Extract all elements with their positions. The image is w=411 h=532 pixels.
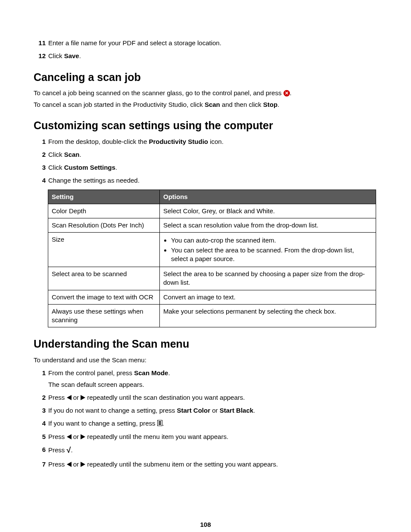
size-options-list: You can auto-crop the scanned item. You … — [171, 236, 372, 263]
pdf-save-steps: 11 Enter a file name for your PDF and se… — [34, 39, 377, 61]
step-text: Enter a file name for your PDF and selec… — [48, 39, 377, 47]
table-row: Convert the image to text with OCR Conve… — [48, 290, 376, 304]
custom-step-2: 2 Click Scan. — [34, 150, 377, 159]
step-number: 12 — [34, 52, 48, 60]
left-arrow-icon — [67, 434, 72, 439]
understand-step-1: 1 From the control panel, press Scan Mod… — [34, 369, 377, 389]
step-11: 11 Enter a file name for your PDF and se… — [34, 39, 377, 47]
left-arrow-icon — [67, 395, 72, 400]
heading-understanding: Understanding the Scan menu — [34, 337, 377, 352]
understand-intro: To understand and use the Scan menu: — [34, 356, 377, 364]
custom-step-3: 3 Click Custom Settings. — [34, 163, 377, 172]
heading-customizing: Customizing scan settings using the comp… — [34, 118, 377, 133]
cancel-para-2: To cancel a scan job started in the Prod… — [34, 100, 377, 109]
page-number: 108 — [34, 520, 377, 529]
understand-step-4: 4 If you want to change a setting, press… — [34, 419, 377, 428]
understand-step-5: 5 Press or repeatedly until the menu ite… — [34, 432, 377, 441]
table-row: Size You can auto-crop the scanned item.… — [48, 233, 376, 267]
step-text: Click Save. — [48, 52, 377, 60]
table-row: Scan Resolution (Dots Per Inch) Select a… — [48, 218, 376, 233]
understand-step-2: 2 Press or repeatedly until the scan des… — [34, 393, 377, 402]
custom-step-1: 1 From the desktop, double-click the Pro… — [34, 137, 377, 146]
settings-table: Setting Options Color Depth Select Color… — [48, 190, 376, 328]
table-row: Select area to be scanned Select the are… — [48, 267, 376, 290]
customizing-steps: 1 From the desktop, double-click the Pro… — [34, 137, 377, 185]
understand-step-6: 6 Press √. — [34, 445, 377, 456]
left-arrow-icon — [67, 462, 72, 467]
heading-canceling: Canceling a scan job — [34, 70, 377, 85]
table-row: Always use these settings when scanning … — [48, 304, 376, 327]
custom-step-4: 4 Change the settings as needed. — [34, 176, 377, 185]
understand-step-3: 3 If you do not want to change a setting… — [34, 406, 377, 415]
table-row: Color Depth Select Color, Grey, or Black… — [48, 204, 376, 218]
menu-icon — [157, 420, 162, 426]
right-arrow-icon — [81, 434, 85, 439]
col-options: Options — [160, 190, 376, 204]
understand-step-7: 7 Press or repeatedly until the submenu … — [34, 460, 377, 469]
check-icon: √ — [67, 445, 71, 455]
col-setting: Setting — [48, 190, 160, 204]
cancel-icon: ✕ — [283, 90, 290, 96]
table-header-row: Setting Options — [48, 190, 376, 204]
understand-steps: 1 From the control panel, press Scan Mod… — [34, 369, 377, 469]
cancel-para-1: To cancel a job being scanned on the sca… — [34, 89, 377, 97]
right-arrow-icon — [81, 395, 85, 400]
step-12: 12 Click Save. — [34, 52, 377, 60]
step-number: 11 — [34, 39, 48, 47]
step-1-subtext: The scan default screen appears. — [48, 380, 377, 389]
right-arrow-icon — [81, 462, 85, 467]
